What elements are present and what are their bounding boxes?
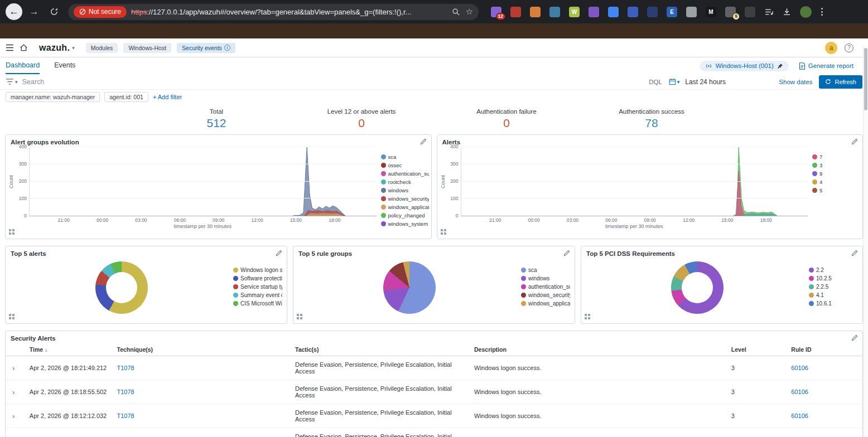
legend-item[interactable]: 10.2.5 [809,275,858,281]
legend-item[interactable]: authentication_succ... [381,171,428,177]
rule-id-link[interactable]: 60106 [791,365,808,371]
extension-icon[interactable] [549,7,560,17]
legend-item[interactable]: CIS Microsoft Wind... [233,300,282,307]
help-icon[interactable]: ? [845,43,853,52]
show-dates-link[interactable]: Show dates [779,79,812,85]
legend-item[interactable]: authentication_succ... [521,284,570,290]
legend-item[interactable]: 5 [812,187,859,193]
date-range-value[interactable]: Last 24 hours [685,78,779,86]
edit-panel-icon[interactable] [420,138,427,147]
downloads-icon[interactable] [782,7,792,17]
search-icon[interactable] [452,8,460,16]
extension-icon[interactable] [745,7,755,17]
legend-item[interactable]: Service startup typ... [233,284,282,290]
extension-icon[interactable]: W [569,7,580,17]
tab-events[interactable]: Events [54,57,75,74]
legend-item[interactable]: windows_security [381,196,428,202]
breadcrumb-modules[interactable]: Modules [86,43,118,53]
legend-item[interactable]: 2.2 [809,267,858,273]
technique-link[interactable]: T1078 [117,365,134,371]
not-secure-badge[interactable]: Not secure [74,6,127,18]
extension-icon[interactable] [589,7,599,17]
edit-panel-icon[interactable] [851,250,858,258]
edit-panel-icon[interactable] [851,138,858,147]
pin-icon[interactable] [777,63,783,69]
legend-item[interactable]: ossec [381,162,428,168]
url-bar[interactable]: Not secure https://127.0.0.1/app/wazuh#/… [68,4,479,20]
panel-grid-icon[interactable] [441,228,446,236]
rule-id-link[interactable]: 60106 [791,412,808,419]
browser-back-button[interactable]: ← [6,3,22,20]
extension-icon[interactable]: 9 [725,7,736,17]
extension-icon[interactable] [608,7,619,17]
expand-row-icon[interactable]: › [6,404,26,428]
add-filter-button[interactable]: + Add filter [153,94,182,100]
panel-grid-icon[interactable] [9,313,15,321]
filter-chip[interactable]: agent.id: 001 [104,92,148,102]
legend-item[interactable]: Summary event of t... [233,292,282,298]
technique-link[interactable]: T1078 [117,389,134,395]
filter-chip[interactable]: manager.name: wazuh-manager [6,92,100,102]
dql-button[interactable]: DQL [649,79,662,85]
tab-dashboard[interactable]: Dashboard [6,57,40,74]
legend-item[interactable]: Windows logon suc... [233,267,282,273]
extension-icon[interactable] [686,7,697,17]
bookmark-star-icon[interactable]: ☆ [466,7,473,17]
expand-row-icon[interactable]: › [6,356,26,380]
agent-selector-button[interactable]: Windows-Host (001) [700,61,789,71]
breadcrumb-agent[interactable]: Windows-Host [123,43,171,53]
media-controls-icon[interactable] [764,7,774,17]
scrollbar-thumb[interactable] [864,48,867,110]
legend-item[interactable]: sca [381,154,428,160]
expand-row-icon[interactable]: › [6,428,26,437]
browser-reload-button[interactable] [46,3,62,20]
panel-grid-icon[interactable] [585,313,590,321]
extension-icon[interactable] [510,7,521,17]
technique-link[interactable]: T1078 [117,412,134,419]
legend-item[interactable]: windows_application [521,300,570,307]
browser-menu-icon[interactable] [820,7,824,17]
extension-icon[interactable] [647,7,658,17]
expand-row-icon[interactable]: › [6,380,26,404]
legend-item[interactable]: Software protection... [233,275,282,281]
extension-icon[interactable] [530,7,541,17]
legend-item[interactable]: windows [381,187,428,193]
breadcrumb-security-events[interactable]: Security eventsi [177,43,235,53]
browser-profile-avatar[interactable] [800,6,812,18]
legend-item[interactable]: sca [521,267,570,273]
wazuh-logo[interactable]: wazuh. [39,43,70,53]
menu-toggle-button[interactable] [6,44,14,51]
edit-panel-icon[interactable] [276,250,282,258]
user-avatar[interactable]: a [825,42,837,54]
search-input[interactable] [22,78,643,86]
date-picker-button[interactable]: ▾ [669,78,680,85]
legend-item[interactable]: 4 [812,179,859,185]
legend-item[interactable]: windows_security [521,292,570,298]
extension-icon[interactable]: M [706,7,716,17]
panel-grid-icon[interactable] [297,313,302,321]
saved-queries-button[interactable]: ▾ [6,78,18,85]
legend-item[interactable]: windows_system [381,221,428,227]
generate-report-button[interactable]: Generate report [799,62,853,70]
edit-panel-icon[interactable] [851,334,858,343]
extension-icon[interactable]: 12 [491,7,501,17]
legend-item[interactable]: policy_changed [381,212,428,219]
legend-item[interactable]: 4.1 [809,292,858,298]
chevron-down-icon[interactable]: ▾ [72,45,75,51]
rule-id-link[interactable]: 60106 [791,389,808,395]
legend-item[interactable]: 7 [812,154,859,160]
home-button[interactable] [20,43,28,52]
legend-item[interactable]: 2.2.5 [809,284,858,290]
extension-icon[interactable]: E [667,7,677,17]
panel-grid-icon[interactable] [9,228,15,236]
legend-item[interactable]: rootcheck [381,179,428,185]
legend-item[interactable]: windows_application [381,204,428,210]
legend-item[interactable]: windows [521,275,570,281]
browser-forward-button[interactable]: → [26,3,42,20]
legend-item[interactable]: 10.6.1 [809,300,858,307]
column-header-time[interactable]: Time↓ [26,343,114,356]
page-scrollbar[interactable] [863,47,868,437]
extension-icon[interactable] [628,7,638,17]
legend-item[interactable]: 9 [812,171,859,177]
edit-panel-icon[interactable] [563,250,570,258]
